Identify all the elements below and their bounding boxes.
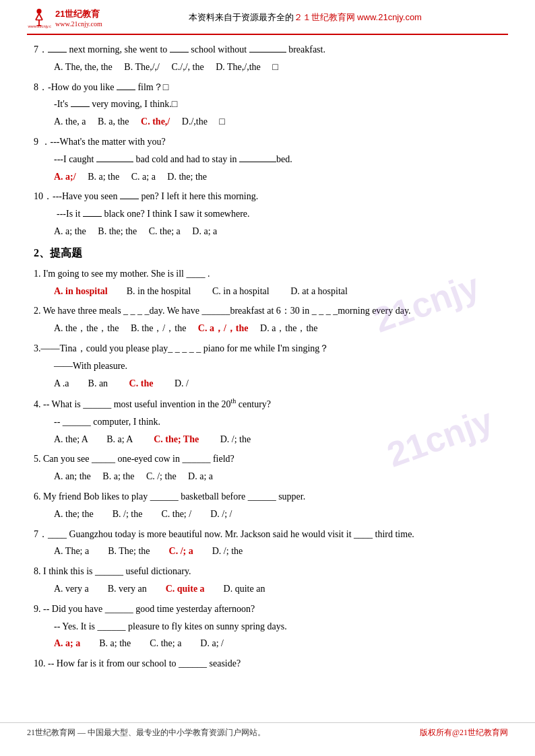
svg-text:www.21cnjy.com: www.21cnjy.com (27, 24, 51, 28)
logo-brand: 21世纪教育 (55, 8, 102, 20)
logo-area: www.21cnjy.com 21世纪教育 www.21cnjy.com (27, 5, 102, 30)
q10-options: A. a; the B. the; the C. the; a D. a; a (54, 224, 501, 240)
question-9: 9 ．---What's the matter with you? ---I c… (34, 134, 501, 184)
question-10: 10．---Have you seen pen? I left it here … (34, 188, 501, 239)
q9-text2: ---I caught bad cold and had to stay in … (54, 151, 501, 168)
section2-title: 2、提高题 (34, 246, 501, 261)
svg-line-2 (39, 13, 42, 20)
logo-url: www.21cnjy.com (55, 20, 102, 28)
question-8: 8．-How do you like film？□ -It's very mov… (34, 79, 501, 130)
s2-question-10: 10. -- How far is it from our school to … (34, 656, 501, 672)
s2-question-2: 2. We have three meals _ _ _ _day. We ha… (34, 303, 501, 337)
svg-line-1 (36, 13, 39, 20)
s2q9-options: A. a; a B. a; the C. the; a D. a; / (54, 635, 501, 652)
page: www.21cnjy.com 21世纪教育 www.21cnjy.com 本资料… (0, 0, 535, 756)
s2q7-options: A. The; a B. The; the C. /; a D. /; the (54, 543, 501, 559)
s2-question-8: 8. I think this is ______ useful diction… (34, 563, 501, 597)
q9-options: A. a;/ B. a; the C. a; a D. the; the (54, 169, 501, 185)
s2-question-6: 6. My friend Bob likes to play ______ ba… (34, 489, 501, 522)
header: www.21cnjy.com 21世纪教育 www.21cnjy.com 本资料… (27, 0, 508, 35)
q8-subtext: -It's very moving, I think.□ (54, 96, 501, 112)
s2q2-options: A. the，the，the B. the，/，the C. a，/，the D… (54, 320, 501, 337)
s2q3-options: A .a B. an C. the D. / (54, 376, 501, 392)
footer: 21世纪教育网 — 中国最大型、最专业的中小学教育资源门户网站。 版权所有@21… (0, 722, 535, 743)
q8-text: 8．-How do you like film？□ (34, 79, 501, 96)
footer-left: 21世纪教育网 — 中国最大型、最专业的中小学教育资源门户网站。 (27, 727, 265, 738)
s2q9-text2: -- Yes. It is ______ pleasure to fly kit… (54, 619, 501, 635)
s2q4-text2: -- ______ computer, I think. (54, 414, 501, 430)
q8-options: A. the, a B. a, the C. the,/ D./,the □ (54, 114, 501, 130)
q7-options: A. The, the, the B. The,/,/ C./,/, the D… (54, 59, 501, 75)
s2-question-9: 9. -- Did you have ______ good time yest… (34, 601, 501, 652)
s2-question-3: 3.——Tina，could you please play_ _ _ _ _ … (34, 341, 501, 391)
s2q4-options: A. the; A B. a; A C. the; The D. /; the (54, 432, 501, 448)
q10-text2: ---Is it black one? I think I saw it som… (57, 206, 501, 222)
s2q2-text: 2. We have three meals _ _ _ _day. We ha… (34, 303, 501, 319)
s2q8-text: 8. I think this is ______ useful diction… (34, 563, 501, 580)
content-area: 7． next morning, she went to school with… (27, 42, 508, 672)
s2q8-options: A. very a B. very an C. quite a D. quite… (54, 581, 501, 597)
question-7: 7． next morning, she went to school with… (34, 42, 501, 75)
q10-text1: 10．---Have you seen pen? I left it here … (34, 188, 501, 205)
q9-text1: 9 ．---What's the matter with you? (34, 134, 501, 150)
s2q5-options: A. an; the B. a; the C. /; the D. a; a (54, 469, 501, 485)
logo-icon: www.21cnjy.com (27, 5, 51, 30)
s2-question-7: 7．____ Guangzhou today is more beautiful… (34, 526, 501, 560)
s2q1-options: A. in hospital B. in the hospital C. in … (54, 283, 501, 300)
s2q6-text: 6. My friend Bob likes to play ______ ba… (34, 489, 501, 505)
svg-point-0 (36, 9, 41, 13)
s2q3-text: 3.——Tina，could you please play_ _ _ _ _ … (34, 341, 501, 357)
header-center-text: 本资料来自于资源最齐全的２１世纪教育网 www.21cnjy.com (102, 11, 508, 24)
s2q10-text: 10. -- How far is it from our school to … (34, 656, 501, 672)
s2q4-text1: 4. -- What is ______ most useful inventi… (34, 395, 501, 412)
q7-text: 7． next morning, she went to school with… (34, 42, 501, 58)
s2q5-text: 5. Can you see _____ one-eyed cow in ___… (34, 451, 501, 467)
s2q3-subtext: ——With pleasure. (54, 358, 501, 374)
s2-question-1: 1. I'm going to see my mother. She is il… (34, 266, 501, 300)
s2q9-text1: 9. -- Did you have ______ good time yest… (34, 601, 501, 617)
s2q1-text: 1. I'm going to see my mother. She is il… (34, 266, 501, 282)
footer-right: 版权所有@21世纪教育网 (420, 727, 508, 738)
s2-question-4: 4. -- What is ______ most useful inventi… (34, 395, 501, 447)
s2q7-text: 7．____ Guangzhou today is more beautiful… (34, 526, 501, 543)
s2-question-5: 5. Can you see _____ one-eyed cow in ___… (34, 451, 501, 485)
s2q6-options: A. the; the B. /; the C. the; / D. /; / (54, 506, 501, 522)
